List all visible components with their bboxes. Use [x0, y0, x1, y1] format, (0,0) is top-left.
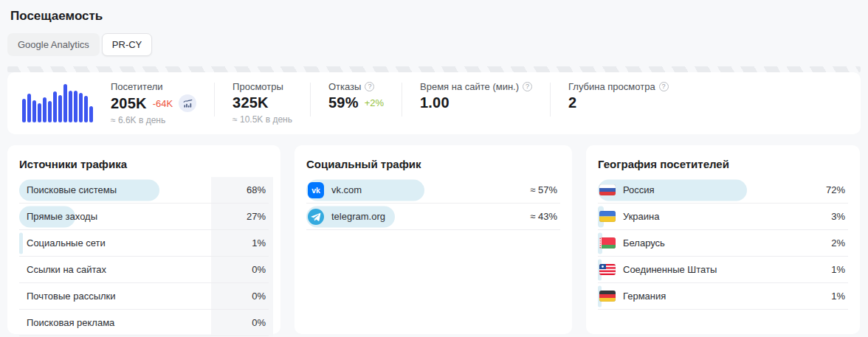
row-label: Поисковая реклама	[19, 317, 114, 328]
stat-visitors: Посетители 205K -64K ≈ 6.6K в день	[103, 81, 214, 125]
panel-title: География посетителей	[598, 158, 848, 170]
row-label: Поисковые системы	[19, 184, 117, 195]
row-value: 72%	[795, 184, 848, 195]
stat-value: 205K	[111, 95, 147, 112]
row-label-cell: Социальные сети	[19, 230, 216, 256]
row-value: 0%	[216, 264, 269, 275]
stat-views: Просмотры 325K ≈ 10.5K в день	[215, 81, 310, 125]
visitor-geography-table: Россия72%Украина3%Беларусь2%Соединенные …	[598, 177, 848, 310]
panel-social-traffic: Социальный трафик vkvk.com≈ 57%telegram.…	[294, 145, 572, 334]
row-label-cell: vkvk.com	[306, 177, 507, 203]
page-title: Посещаемость	[7, 7, 861, 24]
table-row: Украина3%	[598, 204, 848, 230]
stat-value: 325K	[232, 94, 269, 111]
stat-label: Просмотры	[232, 81, 283, 92]
row-label-cell: Украина	[598, 204, 795, 229]
bar	[32, 100, 36, 122]
row-label: Прямые заходы	[19, 211, 97, 222]
panels-row: Источники трафика Поисковые системы68%Пр…	[7, 145, 861, 334]
stat-label: Время на сайте (мин.)	[420, 81, 519, 92]
stat-view-depth: Глубина просмотра ? 2	[551, 81, 686, 111]
bar	[69, 91, 72, 122]
bar	[27, 94, 31, 122]
flag-usa-icon	[599, 264, 616, 275]
row-label: vk.com	[324, 184, 362, 195]
panel-title: Источники трафика	[19, 158, 269, 170]
table-row: Поисковая реклама0%	[19, 310, 269, 336]
row-label: Россия	[616, 184, 655, 195]
telegram-icon	[308, 209, 324, 225]
traffic-sources-table: Поисковые системы68%Прямые заходы27%Соци…	[19, 177, 269, 336]
bar	[84, 96, 88, 122]
row-label-cell: Германия	[598, 283, 795, 309]
row-label: Социальные сети	[19, 237, 106, 249]
stat-value: 1.00	[420, 94, 450, 111]
table-row: Россия72%	[598, 177, 848, 204]
stat-bounces: Отказы ? 59% +2%	[311, 81, 402, 111]
row-value: 2%	[795, 237, 848, 249]
table-row: telegram.org≈ 43%	[306, 204, 560, 230]
table-row: Соединенные Штаты1%	[598, 257, 848, 283]
row-value: 1%	[795, 264, 848, 275]
help-icon[interactable]: ?	[365, 82, 374, 91]
table-row: Почтовые рассылки0%	[19, 283, 269, 310]
social-traffic-table: vkvk.com≈ 57%telegram.org≈ 43%	[306, 177, 560, 230]
bar	[58, 95, 62, 122]
bar	[53, 91, 57, 122]
bar	[79, 93, 83, 122]
panel-traffic-sources: Источники трафика Поисковые системы68%Пр…	[7, 145, 280, 334]
bar	[43, 97, 46, 122]
table-row: Ссылки на сайтах0%	[19, 257, 269, 283]
flag-germany-icon	[599, 291, 616, 302]
page: Посещаемость Google Analytics PR-CY Посе…	[0, 0, 868, 334]
tab-google-analytics[interactable]: Google Analytics	[7, 33, 100, 56]
table-row: Прямые заходы27%	[19, 204, 269, 230]
row-label-cell: telegram.org	[306, 204, 507, 229]
row-value: 27%	[216, 211, 269, 222]
stat-value: 59%	[328, 94, 359, 111]
row-value: 1%	[795, 291, 848, 302]
stat-value: 2	[568, 94, 576, 111]
tab-pr-cy[interactable]: PR-CY	[102, 33, 152, 56]
row-value: ≈ 57%	[507, 184, 560, 195]
row-value: 0%	[216, 317, 269, 328]
mini-chart-icon[interactable]	[179, 94, 196, 112]
panel-visitor-geography: География посетителей Россия72%Украина3%…	[586, 145, 860, 334]
striped-divider	[7, 66, 861, 72]
table-row: Социальные сети1%	[19, 230, 269, 257]
stat-delta: -64K	[153, 98, 173, 109]
vk-icon: vk	[308, 182, 324, 198]
row-label: Германия	[616, 291, 666, 302]
stat-per-day: ≈ 6.6K в день	[111, 115, 196, 125]
row-value: 3%	[795, 211, 848, 222]
flag-belarus-icon	[599, 237, 616, 249]
table-row: vkvk.com≈ 57%	[306, 177, 560, 204]
bar	[74, 91, 78, 122]
table-row: Беларусь2%	[598, 230, 848, 257]
svg-text:vk: vk	[311, 185, 320, 194]
stat-time-on-site: Время на сайте (мин.) ? 1.00	[402, 81, 550, 111]
stat-label: Глубина просмотра	[568, 81, 655, 92]
stats-summary-card: Посетители 205K -64K ≈ 6.6K в день	[7, 72, 861, 134]
bar	[22, 99, 26, 122]
row-value: 68%	[216, 184, 269, 195]
row-label-cell: Поисковые системы	[19, 177, 216, 203]
row-label-cell: Ссылки на сайтах	[19, 257, 216, 282]
stat-delta: +2%	[365, 97, 384, 108]
row-label: Украина	[616, 211, 660, 222]
row-label-cell: Соединенные Штаты	[598, 257, 795, 282]
panel-title: Социальный трафик	[306, 158, 560, 170]
help-icon[interactable]: ?	[659, 82, 669, 91]
row-value: 0%	[216, 291, 269, 302]
help-icon[interactable]: ?	[523, 82, 532, 91]
row-label: Почтовые рассылки	[19, 291, 116, 302]
flag-ukraine-icon	[599, 211, 616, 222]
row-label-cell: Россия	[598, 177, 795, 203]
stat-label: Посетители	[111, 81, 163, 92]
traffic-bar-chart-icon	[22, 83, 93, 122]
row-label: Ссылки на сайтах	[19, 264, 106, 275]
bar	[38, 103, 41, 122]
bar	[63, 84, 67, 122]
row-label-cell: Прямые заходы	[19, 204, 216, 229]
bar	[89, 106, 93, 122]
